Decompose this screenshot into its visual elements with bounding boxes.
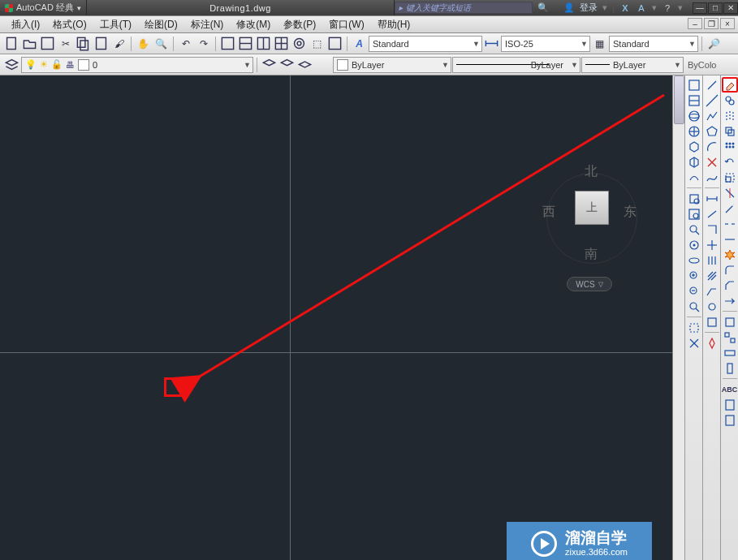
chamfer-button[interactable]: [722, 278, 738, 293]
table-style-combo[interactable]: Standard ▼: [609, 36, 698, 52]
minimize-button[interactable]: —: [693, 2, 707, 14]
regen-button[interactable]: [686, 320, 702, 335]
text-style-combo[interactable]: Standard ▼: [369, 36, 482, 52]
menu-window[interactable]: 窗口(W): [326, 16, 367, 33]
zoom-in-button[interactable]: [686, 268, 702, 283]
erase-button[interactable]: [722, 77, 738, 93]
hatch-button[interactable]: [704, 268, 720, 283]
menu-help[interactable]: 帮助(H): [374, 16, 414, 33]
layer-combo[interactable]: 💡 ☀ 🔓 🖶 0 ▼: [21, 57, 253, 73]
copy-button[interactable]: [75, 35, 92, 52]
color-combo[interactable]: ByLayer ▼: [333, 57, 451, 73]
orbit-button[interactable]: [686, 237, 702, 252]
menu-format[interactable]: 格式(O): [50, 16, 89, 33]
polygon-button[interactable]: [704, 123, 720, 139]
drawing-canvas[interactable]: 北 南 西 东 上 WCS▽ 溜溜自学 zixue.3d66.com: [0, 75, 684, 560]
a1-button[interactable]: [219, 35, 236, 52]
dim-style-combo[interactable]: ISO-25 ▼: [501, 36, 590, 52]
menu-parametric[interactable]: 参数(P): [280, 16, 319, 33]
viewcube[interactable]: 北 南 西 东 上 WCS▽: [526, 157, 656, 303]
new-button[interactable]: [3, 35, 20, 52]
xline-button[interactable]: [704, 93, 720, 108]
vertical-scrollbar[interactable]: [672, 75, 684, 560]
misc2-button[interactable]: [704, 314, 720, 330]
menu-draw[interactable]: 绘图(D): [141, 16, 181, 33]
layer-iso-button[interactable]: [261, 56, 278, 73]
mdi-close-button[interactable]: ×: [720, 18, 735, 29]
stretch-button[interactable]: [722, 293, 738, 308]
layer-prev-button[interactable]: [278, 56, 296, 73]
menu-modify[interactable]: 修改(M): [233, 16, 274, 33]
a4-button[interactable]: [273, 35, 290, 52]
parallel-button[interactable]: [704, 252, 720, 268]
mleader-icon[interactable]: 🔎: [706, 35, 723, 52]
dim-misc-button[interactable]: [704, 222, 720, 237]
join-button[interactable]: [722, 231, 738, 247]
fillet-button[interactable]: [722, 262, 738, 278]
paste-button[interactable]: [93, 35, 110, 52]
lineweight-combo[interactable]: ByLayer ▼: [581, 57, 684, 73]
infocenter-search[interactable]: ▸ 键入关键字或短语: [395, 2, 533, 14]
cut-button[interactable]: ✂: [57, 35, 74, 52]
a3-button[interactable]: [255, 35, 272, 52]
tablestyle-icon[interactable]: ▦: [591, 35, 608, 52]
workspace-switcher[interactable]: AutoCAD 经典 ▾: [0, 0, 87, 15]
viewcube-top-face[interactable]: 上: [575, 191, 609, 225]
redo-button[interactable]: ↷: [195, 35, 212, 52]
menu-insert[interactable]: 插入(I): [8, 16, 43, 33]
view-globe2-button[interactable]: [686, 123, 702, 139]
close-button[interactable]: ✕: [723, 2, 738, 14]
signin-link[interactable]: 登录: [580, 2, 598, 14]
orbit2-button[interactable]: [686, 252, 702, 268]
dim-center-button[interactable]: [704, 237, 720, 252]
scrollbar-thumb[interactable]: [674, 75, 684, 124]
viewcube-wcs-button[interactable]: WCS▽: [567, 277, 612, 291]
rotate-button[interactable]: [722, 154, 738, 170]
menu-tools[interactable]: 工具(T): [97, 16, 135, 33]
view-box-button[interactable]: [686, 77, 702, 93]
osnap-button[interactable]: [704, 335, 720, 351]
layer-manager-button[interactable]: [3, 56, 20, 73]
search-icon[interactable]: 🔍: [537, 2, 549, 14]
mdi-restore-button[interactable]: ❐: [704, 18, 719, 29]
line-button[interactable]: [704, 77, 720, 93]
zoom-out-button[interactable]: [686, 283, 702, 299]
view-3dbox2-button[interactable]: [686, 154, 702, 170]
a6-button[interactable]: ⬚: [309, 35, 326, 52]
layer-states-button[interactable]: [296, 56, 313, 73]
open-button[interactable]: [21, 35, 38, 52]
leader-button[interactable]: [704, 283, 720, 299]
zoom-scale-button[interactable]: [686, 222, 702, 237]
arc-button[interactable]: [704, 139, 720, 154]
spline-button[interactable]: [704, 170, 720, 185]
dim-aligned-button[interactable]: [704, 206, 720, 222]
a2-button[interactable]: [237, 35, 254, 52]
undo-button[interactable]: ↶: [177, 35, 194, 52]
pan-button[interactable]: ✋: [135, 35, 152, 52]
zoom-realtime-button[interactable]: 🔍: [153, 35, 170, 52]
matchprop-button[interactable]: 🖌: [110, 35, 127, 52]
text-button[interactable]: ABC: [722, 381, 738, 397]
explode-button[interactable]: [722, 247, 738, 262]
misc1-button[interactable]: [704, 299, 720, 314]
group3-button[interactable]: [722, 345, 738, 360]
calc-button[interactable]: [722, 397, 738, 412]
group1-button[interactable]: [722, 314, 738, 330]
textstyle-icon[interactable]: A: [351, 35, 368, 52]
zoom-window-button[interactable]: [686, 191, 702, 206]
exchange-a-icon[interactable]: A: [636, 2, 647, 14]
signin-icon[interactable]: 👤: [563, 2, 575, 14]
group2-button[interactable]: [722, 330, 738, 345]
viewcube-south[interactable]: 南: [585, 246, 598, 263]
polyline-button[interactable]: [704, 108, 720, 123]
copy-object-button[interactable]: [722, 93, 738, 108]
viewcube-east[interactable]: 东: [624, 204, 637, 221]
zoom-prev-button[interactable]: [686, 299, 702, 314]
array-button[interactable]: [722, 139, 738, 154]
help-icon[interactable]: ?: [662, 2, 673, 14]
mdi-minimize-button[interactable]: –: [688, 18, 702, 29]
viewcube-west[interactable]: 西: [542, 204, 555, 221]
calc2-button[interactable]: [722, 412, 738, 428]
trim-button[interactable]: [722, 185, 738, 200]
view-globe-button[interactable]: [686, 108, 702, 123]
